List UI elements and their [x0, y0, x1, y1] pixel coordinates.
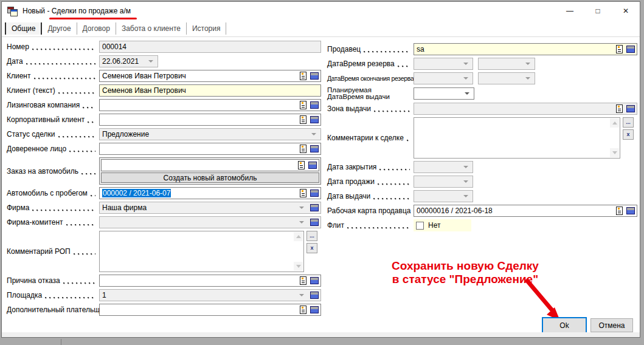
ploshchadka-label: Площадка: [7, 291, 99, 299]
clear-button[interactable]: x: [306, 243, 317, 253]
datavremya-rezerva-field-area: [414, 58, 637, 70]
rabochaya-karta-prodavtsa-field-area: 00000016 / 2021-06-18: [414, 205, 637, 217]
flit-field[interactable]: Нет: [414, 219, 471, 231]
select-list-icon[interactable]: [298, 161, 305, 169]
dot-leader: [398, 66, 410, 67]
scroll-up-button[interactable]: [610, 118, 619, 128]
checkbox-unchecked-icon[interactable]: [416, 222, 424, 230]
select-list-icon[interactable]: [300, 276, 306, 285]
zakaz-na-avtomobil-field[interactable]: [101, 159, 319, 171]
open-window-icon[interactable]: [626, 46, 635, 53]
scroll-up-button[interactable]: [294, 232, 303, 241]
zona-vydachi-label: Зона выдачи: [327, 104, 414, 113]
kommentariy-rop-field[interactable]: [99, 231, 304, 272]
chevron-down-icon: [463, 166, 468, 168]
close-button[interactable]: ✕: [612, 2, 640, 20]
select-list-icon[interactable]: [616, 45, 623, 53]
firma-komitent-field: [99, 216, 321, 228]
firma-komitent-label: Фирма-комитент: [7, 218, 99, 227]
nomer-label: Номер: [7, 43, 99, 51]
dopolnitelnyy-platelshchik-field[interactable]: [99, 304, 321, 316]
klient-tekst-field-area: Семенов Иван Петрович: [99, 84, 321, 97]
red-underline-annotation: [49, 18, 137, 19]
data-zakrytiya-label-text: Дата закрытия: [327, 163, 376, 171]
open-window-icon[interactable]: [310, 306, 319, 313]
open-window-icon[interactable]: [310, 190, 319, 197]
klient-field[interactable]: Семенов Иван Петрович: [99, 70, 321, 82]
select-list-icon[interactable]: [300, 101, 306, 109]
lizingovaya-kompaniya-field[interactable]: [99, 99, 321, 111]
select-list-icon[interactable]: [300, 306, 306, 314]
datavremya-okonchaniya-rezerva-field-area: [414, 72, 637, 84]
open-window-icon[interactable]: [310, 116, 319, 123]
select-list-icon[interactable]: [616, 104, 623, 113]
chevron-down-icon: [463, 195, 468, 197]
doverennoe-litso-field[interactable]: [99, 143, 321, 155]
firma-label: Фирма: [7, 203, 99, 212]
background-window-edge: [61, 339, 61, 345]
minimize-button[interactable]: —: [556, 2, 584, 20]
firma-value: Наша фирма: [102, 203, 297, 212]
tab-obshchie[interactable]: Общие: [5, 22, 42, 35]
select-list-icon[interactable]: [300, 72, 306, 80]
datavremya-okonchaniya-rezerva-combo-2: [478, 72, 535, 84]
dot-leader: [81, 173, 95, 175]
data-prodazhi-row: Дата продажи: [327, 176, 637, 188]
zakaz-na-avtomobil-group: Создать новый автомобиль: [99, 157, 321, 185]
select-list-icon[interactable]: [616, 207, 623, 215]
data-vydachi-label: Дата выдачи: [327, 192, 414, 200]
chevron-down-icon: [463, 180, 468, 183]
open-window-icon[interactable]: [308, 162, 317, 169]
tab-zabota-o-kliente[interactable]: Забота о клиенте: [116, 22, 187, 35]
scroll-down-button[interactable]: [610, 148, 619, 157]
open-window-icon[interactable]: [626, 207, 635, 214]
klient-label: Клиент: [7, 72, 99, 80]
more-button[interactable]: ...: [623, 117, 634, 128]
kommentarii-k-sdelke-field[interactable]: [414, 117, 620, 159]
open-window-icon[interactable]: [310, 101, 319, 109]
form-column-right: ПродавецsaДатаВремя резерваДатаВремя око…: [327, 43, 637, 234]
open-window-icon[interactable]: [310, 72, 319, 80]
data-zakrytiya-label: Дата закрытия: [327, 163, 414, 171]
dot-leader: [373, 198, 410, 200]
korporativnyy-klient-field[interactable]: [99, 114, 321, 126]
korporativnyy-klient-field-area: [99, 114, 321, 126]
planiruemaya-datavremya-vydachi-field[interactable]: [414, 87, 474, 100]
tab-dogovor[interactable]: Договор: [77, 22, 116, 35]
open-window-icon[interactable]: [310, 277, 319, 284]
flit-field-area: Нет: [414, 219, 637, 231]
zakaz-na-avtomobil-label-text: Заказ на автомобиль: [7, 167, 78, 176]
klient-label-text: Клиент: [7, 72, 31, 80]
select-list-icon[interactable]: [300, 145, 306, 153]
select-list-icon[interactable]: [300, 189, 306, 197]
klient-row: КлиентСеменов Иван Петрович: [7, 70, 321, 82]
rabochaya-karta-prodavtsa-label: Рабочая карта продавца: [327, 207, 414, 215]
rabochaya-karta-prodavtsa-field[interactable]: 00000016 / 2021-06-18: [414, 205, 637, 217]
dot-leader: [378, 183, 410, 185]
open-window-icon[interactable]: [310, 145, 319, 152]
more-button[interactable]: ...: [306, 231, 317, 241]
chevron-down-icon: [525, 63, 530, 65]
klient-tekst-field[interactable]: Семенов Иван Петрович: [99, 84, 321, 97]
form-column-left: Номер000014Дата22.06.2021КлиентСеменов И…: [7, 41, 321, 318]
open-window-icon[interactable]: [626, 105, 635, 112]
data-vydachi-label-text: Дата выдачи: [327, 192, 370, 200]
prodavets-field[interactable]: sa: [414, 43, 637, 55]
select-list-icon[interactable]: [300, 115, 306, 124]
open-window-icon[interactable]: [310, 204, 319, 211]
tab-drugoe[interactable]: Другое: [42, 22, 77, 35]
scroll-down-button[interactable]: [294, 262, 303, 271]
avtomobil-s-probegom-field[interactable]: 000002 / 2021-06-07: [99, 187, 321, 199]
clear-button[interactable]: x: [623, 129, 634, 140]
open-window-icon[interactable]: [310, 219, 319, 226]
data-value: 22.06.2021: [102, 57, 146, 66]
lizingovaya-kompaniya-label-text: Лизинговая компания: [7, 101, 80, 109]
data-prodazhi-field: [414, 176, 473, 188]
maximize-button[interactable]: □: [584, 2, 612, 20]
open-window-icon[interactable]: [310, 292, 319, 299]
cancel-button[interactable]: Отмена: [590, 318, 633, 332]
tab-istoriya[interactable]: История: [187, 22, 227, 35]
create-new-car-button[interactable]: Создать новый автомобиль: [101, 172, 319, 183]
prichina-otkaza-field[interactable]: [99, 275, 321, 287]
ok-button[interactable]: Ok: [542, 317, 587, 333]
